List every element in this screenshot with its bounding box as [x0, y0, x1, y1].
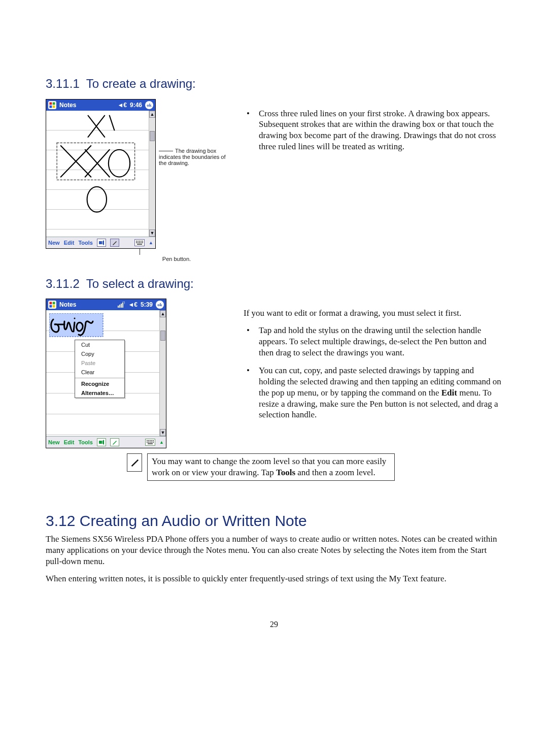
- scroll-thumb[interactable]: [150, 131, 155, 141]
- start-icon[interactable]: [48, 101, 56, 109]
- heading-num: 3.11.1: [46, 77, 80, 90]
- pda1-titlebar: Notes ◄€ 9:46 ok: [46, 100, 155, 111]
- svg-rect-38: [153, 442, 154, 443]
- menu-edit[interactable]: Edit: [64, 439, 75, 445]
- svg-rect-17: [142, 242, 143, 243]
- handwriting-enjoy: [49, 313, 105, 339]
- heading-title: To select a drawing:: [86, 277, 194, 290]
- svg-rect-7: [99, 241, 102, 244]
- pda1-clock: 9:46: [130, 102, 142, 109]
- svg-rect-33: [153, 440, 154, 441]
- tip-icon: [127, 453, 142, 472]
- svg-rect-8: [136, 241, 137, 242]
- signal-icon: [118, 302, 125, 308]
- pda2-menubar: New Edit Tools ▲: [46, 436, 166, 448]
- pda1-menubar: New Edit Tools ▲: [46, 237, 155, 248]
- pda-screenshot-1: Notes ◄€ 9:46 ok: [46, 99, 156, 249]
- bullet-item: You can cut, copy, and paste selected dr…: [244, 365, 502, 420]
- section-2-bullets: Tap and hold the stylus on the drawing u…: [244, 325, 502, 420]
- pda1-scrollbar[interactable]: ▲ ▼: [149, 111, 155, 237]
- svg-rect-20: [53, 302, 55, 305]
- scroll-thumb[interactable]: [160, 331, 165, 341]
- svg-rect-24: [119, 305, 120, 308]
- page: 3.11.1 To create a drawing: Notes ◄€: [0, 0, 548, 661]
- svg-rect-0: [49, 102, 52, 105]
- svg-rect-9: [138, 241, 139, 242]
- svg-rect-3: [53, 105, 55, 108]
- keyboard-icon[interactable]: [145, 439, 155, 446]
- record-icon[interactable]: [97, 438, 106, 446]
- pda1-canvas[interactable]: ▲ ▼: [46, 111, 155, 237]
- menu-new[interactable]: New: [48, 240, 60, 246]
- heading-title: To create a drawing:: [86, 77, 196, 90]
- svg-rect-35: [148, 442, 149, 443]
- ok-button[interactable]: ok: [145, 101, 153, 109]
- scroll-up-button[interactable]: ▲: [160, 310, 166, 317]
- pda-screenshot-2: Notes ◄€ 5:39 ok: [46, 299, 166, 448]
- pen-button[interactable]: [110, 239, 119, 247]
- svg-rect-37: [151, 442, 152, 443]
- tip-bold: Tools: [276, 468, 295, 477]
- record-icon[interactable]: [97, 239, 106, 247]
- ctx-paste: Paste: [75, 358, 124, 368]
- start-icon[interactable]: [48, 301, 56, 309]
- heading-3-11-1: 3.11.1 To create a drawing:: [46, 76, 502, 92]
- svg-rect-30: [148, 440, 149, 441]
- svg-rect-15: [139, 242, 140, 243]
- svg-rect-18: [137, 244, 142, 245]
- svg-rect-16: [141, 242, 142, 243]
- svg-rect-26: [122, 303, 123, 308]
- sip-up-icon[interactable]: ▲: [159, 440, 164, 445]
- scroll-down-button[interactable]: ▼: [149, 229, 155, 237]
- svg-rect-19: [49, 302, 52, 305]
- section-2-row: Notes ◄€ 5:39 ok: [46, 299, 502, 448]
- section-1-bullets: Cross three ruled lines on your first st…: [244, 108, 502, 152]
- screenshot-1-wrap: Notes ◄€ 9:46 ok: [46, 99, 232, 262]
- svg-rect-10: [139, 241, 140, 242]
- pen-button-callout: Pen button.: [121, 256, 232, 262]
- menu-tools[interactable]: Tools: [78, 240, 93, 246]
- svg-rect-2: [49, 105, 52, 108]
- ctx-recognize[interactable]: Recognize: [75, 379, 124, 388]
- svg-rect-11: [141, 241, 142, 242]
- svg-point-5: [109, 150, 130, 177]
- svg-rect-22: [53, 305, 55, 308]
- s3-para-2: When entering written notes, it is possi…: [46, 573, 502, 584]
- keyboard-icon[interactable]: [134, 239, 145, 246]
- heading-3-12: 3.12 Creating an Audio or Written Note: [46, 511, 502, 531]
- svg-point-6: [87, 186, 107, 212]
- svg-rect-21: [49, 305, 52, 308]
- s3-para-1: The Siemens SX56 Wireless PDA Phone offe…: [46, 534, 502, 567]
- speaker-icon[interactable]: ◄€: [128, 301, 138, 308]
- section-2-text: If you want to edit or format a drawing,…: [244, 299, 502, 428]
- svg-rect-25: [121, 304, 122, 308]
- svg-rect-23: [118, 306, 119, 308]
- scroll-up-button[interactable]: ▲: [149, 111, 155, 118]
- section-1-text: Cross three ruled lines on your first st…: [244, 99, 502, 159]
- tip-row: You may want to change the zoom level so…: [127, 453, 502, 481]
- ctx-copy[interactable]: Copy: [75, 349, 124, 358]
- pda2-canvas[interactable]: Cut Copy Paste Clear Recognize Alternate…: [46, 310, 166, 436]
- ctx-clear[interactable]: Clear: [75, 368, 124, 377]
- menu-tools[interactable]: Tools: [78, 439, 93, 445]
- svg-rect-12: [142, 241, 143, 242]
- ctx-cut[interactable]: Cut: [75, 340, 124, 349]
- menu-edit[interactable]: Edit: [64, 240, 75, 246]
- tip-box: You may want to change the zoom level so…: [147, 453, 395, 481]
- menu-new[interactable]: New: [48, 439, 60, 445]
- page-number: 29: [46, 619, 502, 630]
- bullet-2-text: You can cut, copy, and paste selected dr…: [259, 366, 501, 419]
- ctx-alternates[interactable]: Alternates…: [75, 388, 124, 398]
- ok-button[interactable]: ok: [156, 301, 164, 309]
- sip-up-icon[interactable]: ▲: [149, 240, 153, 245]
- svg-rect-32: [151, 440, 152, 441]
- pda2-scrollbar[interactable]: ▲ ▼: [159, 310, 166, 436]
- pen-button[interactable]: [110, 438, 119, 446]
- heading-num: 3.11.2: [46, 277, 80, 290]
- pen-callout-line: [140, 249, 140, 255]
- svg-rect-36: [150, 442, 151, 443]
- speaker-icon[interactable]: ◄€: [117, 102, 127, 109]
- svg-rect-13: [136, 242, 137, 243]
- svg-rect-31: [150, 440, 151, 441]
- scroll-down-button[interactable]: ▼: [160, 429, 166, 436]
